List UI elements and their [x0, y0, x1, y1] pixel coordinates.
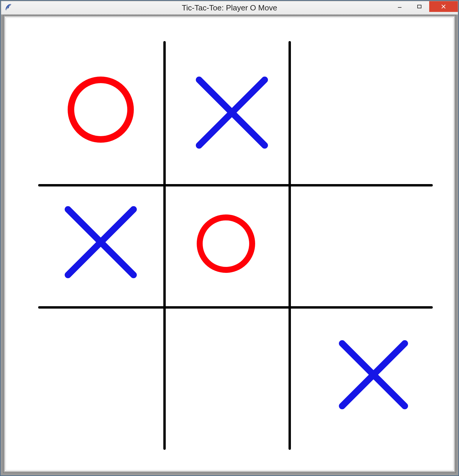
- svg-rect-1: [418, 5, 421, 8]
- svg-point-9: [200, 217, 252, 270]
- app-window: Tic-Tac-Toe: Player O Move: [0, 0, 459, 476]
- client-inner-frame: [5, 17, 454, 471]
- cell-0-0: [38, 41, 163, 184]
- cell-1-1: [163, 184, 289, 306]
- title-bar: Tic-Tac-Toe: Player O Move: [1, 1, 458, 15]
- svg-line-7: [68, 209, 134, 275]
- mark-o-icon: [163, 184, 289, 306]
- svg-line-8: [68, 209, 134, 275]
- mark-o-icon: [38, 41, 163, 184]
- svg-line-6: [199, 80, 265, 145]
- cell-0-1: [163, 41, 289, 184]
- cell-2-1[interactable]: [163, 306, 289, 449]
- client-frame: [3, 15, 456, 473]
- svg-line-10: [342, 343, 405, 406]
- mark-x-icon: [38, 184, 163, 306]
- game-board: [8, 20, 451, 468]
- cell-0-2[interactable]: [289, 41, 432, 184]
- maximize-button[interactable]: [410, 1, 429, 12]
- close-button[interactable]: [429, 1, 458, 12]
- cell-1-0: [38, 184, 163, 306]
- mark-x-icon: [163, 41, 289, 184]
- game-canvas: [8, 20, 451, 468]
- minimize-button[interactable]: [390, 1, 410, 12]
- svg-line-5: [199, 80, 265, 145]
- window-title: Tic-Tac-Toe: Player O Move: [182, 3, 277, 13]
- svg-line-11: [342, 343, 405, 406]
- window-controls: [390, 1, 458, 12]
- cell-2-2: [289, 306, 432, 449]
- cell-1-2[interactable]: [289, 184, 432, 306]
- app-feather-icon: [5, 3, 13, 12]
- svg-point-4: [71, 80, 131, 139]
- cell-2-0[interactable]: [38, 306, 163, 449]
- mark-x-icon: [289, 306, 432, 449]
